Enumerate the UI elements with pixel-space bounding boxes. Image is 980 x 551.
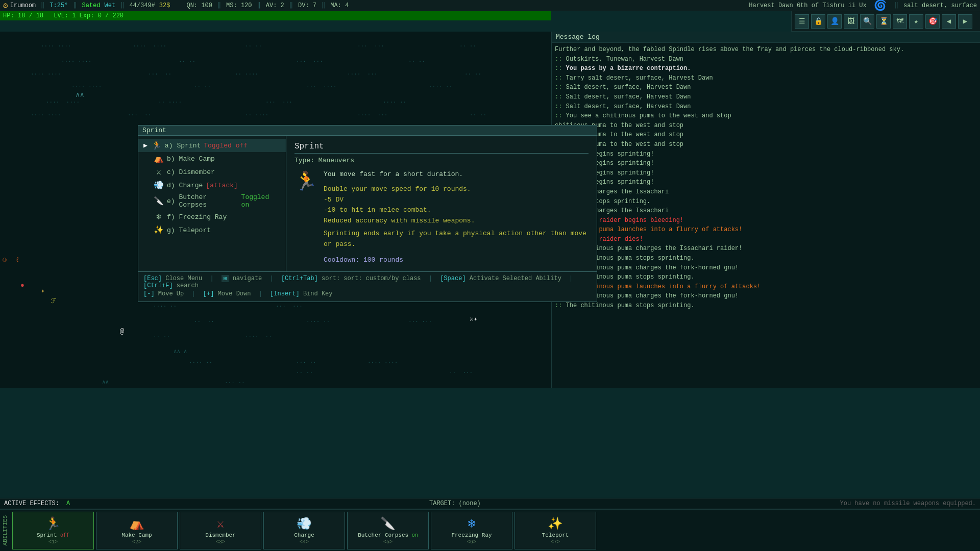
quickbar-item-label: Sprint off — [37, 532, 69, 538]
stat-icon-arrow-left[interactable]: ◀ — [942, 14, 956, 29]
av-stat: AV: 2 — [266, 2, 284, 9]
message-line: :: The chitinous puma stops sprinting. — [555, 301, 977, 311]
msg-text: Tarry salt desert, surface, Harvest Dawn — [566, 74, 713, 82]
terrain-dot: .... .... — [31, 111, 61, 117]
quickbar-icon: ⛺ — [129, 516, 144, 531]
missile-status: You have no missile weapons equipped. — [840, 500, 976, 507]
message-line: :: The chitinous puma stops sprinting. — [555, 254, 977, 263]
ability-effect5: Sprinting ends early if you take a physi… — [324, 229, 589, 250]
terrain-dot: .. .... — [158, 98, 182, 104]
stat-icon-arrow-right[interactable]: ▶ — [958, 14, 972, 29]
message-line: chitinous puma to the west and stop — [555, 130, 977, 140]
message-line: nous puma begins sprinting! — [555, 159, 977, 168]
msg-text: Salt desert, surface, Harvest Dawn — [566, 93, 691, 101]
quickbar-item-teleport[interactable]: ✨ Teleport <7> — [514, 512, 596, 549]
ability-menu[interactable]: Sprint ▶🏃a)Sprint Toggled off ⛺b)Make Ca… — [138, 125, 597, 302]
message-line: nous puma charges the Issachari — [555, 187, 977, 197]
terrain-dot: .... .. — [153, 302, 177, 308]
esc-key: [Esc] — [143, 275, 162, 282]
terrain-dot: .. .. — [194, 83, 211, 89]
ability-key-a: a) — [165, 142, 173, 149]
message-line: nous puma begins sprinting! — [555, 149, 977, 159]
entity-creature: ✦ — [41, 287, 45, 295]
quickbar-icon: ⚔️ — [217, 516, 224, 531]
quickbar-item-dismember[interactable]: ⚔️ Dismember <3> — [180, 512, 261, 549]
terrain-dot: .. .. — [464, 70, 481, 76]
message-line: :: The chitinous puma launches into a fl… — [555, 282, 977, 292]
ability-quickbar[interactable]: ABILITIES 🏃 Sprint off <1> ⛺ Make Camp <… — [0, 509, 980, 551]
msg-text: Salt desert, surface, Harvest Dawn — [566, 84, 691, 91]
location-display: salt desert, surface — [903, 2, 977, 9]
ability-menu-title: Sprint — [138, 126, 597, 136]
stat-icon-time[interactable]: ⏳ — [876, 14, 891, 29]
ability-key-c: c) — [167, 168, 175, 176]
msg-prefix: :: — [555, 112, 566, 119]
entity-item: ● — [20, 282, 24, 289]
terrain-dot: ∧∧ ∧ — [174, 348, 187, 355]
msg-prefix: :: — [555, 84, 566, 91]
message-line: :: Outskirts, Tunewan, Harvest Dawn — [555, 55, 977, 64]
stat-icon-char[interactable]: 👤 — [827, 14, 842, 29]
ability-item-e[interactable]: 🔪e)Butcher Corpses Toggled on — [138, 192, 286, 210]
stat-icon-menu[interactable]: ☰ — [795, 14, 809, 29]
quickbar-item-charge[interactable]: 💨 Charge <4> — [263, 512, 345, 549]
entity-creature: ℱ — [51, 297, 56, 305]
ability-item-g[interactable]: ✨g)Teleport — [138, 223, 286, 237]
terrain-dot: .. .. — [470, 111, 486, 117]
terrain-dot: ∧∧ — [102, 379, 109, 385]
terrain-dot: .. .. — [194, 317, 214, 323]
ability-item-d[interactable]: 💨d)Charge [attack] — [138, 179, 286, 192]
quickbar-item-sprint[interactable]: 🏃 Sprint off <1> — [12, 512, 94, 549]
ability-list[interactable]: ▶🏃a)Sprint Toggled off ⛺b)Make Camp ⚔️c)… — [138, 136, 286, 271]
msg-prefix: :: — [555, 65, 566, 72]
stat-icon-target[interactable]: 🎯 — [925, 14, 940, 29]
msg-text: Outskirts, Tunewan, Harvest Dawn — [566, 56, 683, 63]
gold: 32$ — [159, 2, 170, 9]
quickbar-item-make-camp[interactable]: ⛺ Make Camp <2> — [96, 512, 178, 549]
msg-prefix: :: — [555, 302, 566, 309]
ability-name-b: Make Camp — [179, 155, 215, 163]
terrain-dot: ... .. — [225, 379, 245, 385]
stat-icon-lock[interactable]: 🔒 — [811, 14, 825, 29]
stat-icon-star[interactable]: ★ — [909, 14, 923, 29]
quickbar-item-butcher-corpses[interactable]: 🔪 Butcher Corpses on <5> — [347, 512, 429, 549]
terrain-dot: .... .... — [41, 42, 71, 48]
ability-item-c[interactable]: ⚔️c)Dismember — [138, 165, 286, 179]
message-line: nous puma begins sprinting! — [555, 168, 977, 178]
msg-text: You pass by a bizarre contraption. — [566, 65, 691, 72]
sort-label: sort: — [322, 275, 344, 282]
stat-icon-search[interactable]: 🔍 — [860, 14, 874, 29]
ability-menu-footer: [Esc] Close Menu | ⊞ navigate | [Ctrl+Ta… — [138, 271, 597, 302]
search-label: search — [177, 282, 199, 289]
ability-menu-body: ▶🏃a)Sprint Toggled off ⛺b)Make Camp ⚔️c)… — [138, 136, 597, 271]
ability-cooldown: Cooldown: 100 rounds — [324, 255, 589, 266]
stat-icon-inv[interactable]: 🖼 — [844, 14, 858, 29]
msg-prefix: :: — [555, 74, 566, 82]
terrain-dot: .... .. — [383, 98, 406, 104]
ability-item-f[interactable]: ❄️f)Freezing Ray — [138, 210, 286, 223]
msg-prefix: :: — [555, 103, 566, 110]
ability-key-b: b) — [167, 155, 175, 163]
message-line: nous puma stops sprinting. — [555, 197, 977, 207]
quickbar-icon: ❄️ — [468, 516, 475, 531]
footer-line1: [Esc] Close Menu | ⊞ navigate | [Ctrl+Ta… — [143, 275, 592, 289]
ability-detail-panel: Sprint Type: Maneuvers 🏃 You move fast f… — [286, 136, 597, 271]
ability-item-b[interactable]: ⛺b)Make Camp — [138, 152, 286, 165]
message-log-content[interactable]: Further and beyond, the fabled Spindle r… — [552, 43, 980, 313]
ability-effect4: Reduced accuracy with missile weapons. — [324, 216, 589, 227]
terrain-dot: ... ... — [276, 302, 303, 308]
ability-icon-c: ⚔️ — [154, 167, 164, 177]
terrain-dot: .. .... — [245, 111, 268, 117]
terrain-dot: .. .... — [235, 70, 258, 76]
msg-prefix: :: — [555, 56, 566, 63]
stat-icon-map[interactable]: 🗺 — [893, 14, 907, 29]
ability-name-d: Charge — [179, 182, 203, 189]
quickbar-item-freezing-ray[interactable]: ❄️ Freezing Ray <6> — [431, 512, 512, 549]
message-log-title: Message log — [552, 32, 980, 43]
quickbar-item-key: <5> — [383, 539, 393, 545]
activate-label: Activate Selected Ability — [470, 275, 561, 282]
quickbar-icon: 💨 — [297, 516, 312, 531]
terrain-dot: ... .. — [128, 111, 151, 117]
ability-item-a[interactable]: ▶🏃a)Sprint Toggled off — [138, 139, 286, 152]
entity-creature: ☺ — [3, 256, 7, 264]
